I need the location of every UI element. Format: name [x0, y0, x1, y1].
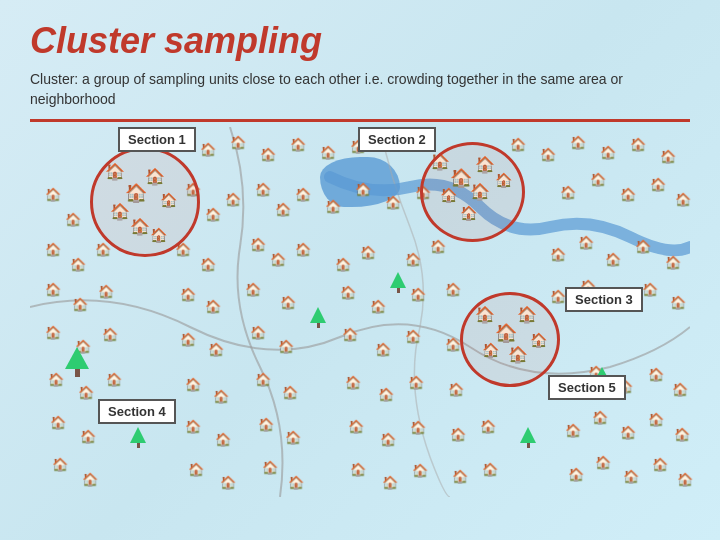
tree-small-4 [130, 427, 146, 448]
divider [30, 119, 690, 122]
section1-label: Section 1 [118, 127, 196, 152]
subtitle-text: Cluster: a group of sampling units close… [30, 70, 690, 109]
tree-small-1 [390, 272, 406, 293]
section4-label: Section 4 [98, 399, 176, 424]
section3-label: Section 3 [565, 287, 643, 312]
page-title: Cluster sampling [30, 20, 690, 62]
tree-small-2 [310, 307, 326, 328]
circle-section1 [90, 147, 200, 257]
tree-large-left [65, 347, 89, 377]
circle-section3 [460, 292, 560, 387]
section2-label: Section 2 [358, 127, 436, 152]
section5-label: Section 5 [548, 375, 626, 400]
slide: Cluster sampling Cluster: a group of sam… [0, 0, 720, 540]
circle-section2 [420, 142, 525, 242]
tree-small-3 [520, 427, 536, 448]
diagram-area: 🏠 🏠 🏠 🏠 🏠 🏠 🏠 🏠 🏠 🏠 🏠 🏠 🏠 🏠 🏠 🏠 🏠 🏠 🏠 🏠 [30, 127, 690, 497]
